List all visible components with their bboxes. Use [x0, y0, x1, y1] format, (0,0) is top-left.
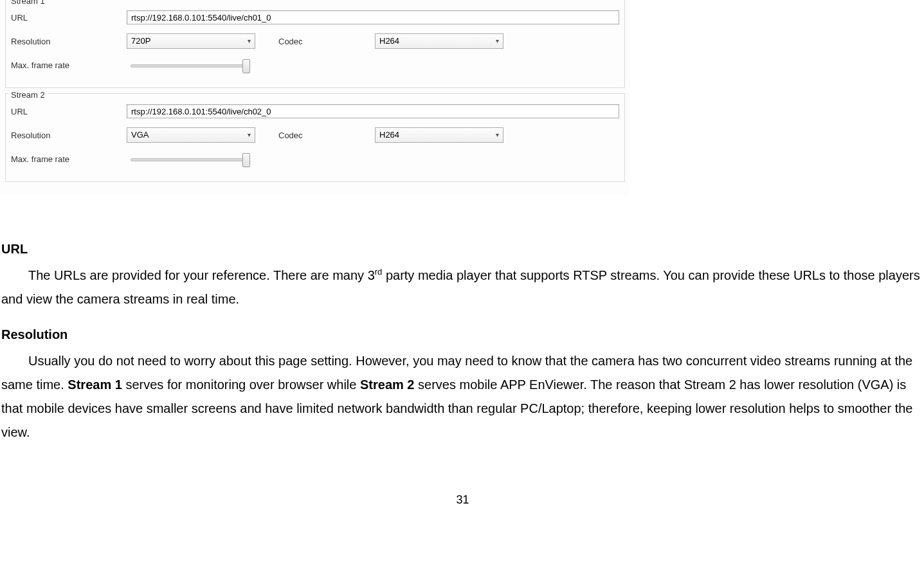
stream1-codec-select[interactable]: H264 ▾: [375, 33, 503, 49]
slider-thumb[interactable]: [242, 153, 250, 167]
slider-track: [131, 158, 244, 161]
stream1-codec-label: Codec: [255, 37, 375, 46]
stream2-codec-select[interactable]: H264 ▾: [375, 127, 503, 143]
stream2-framerate-slider[interactable]: [131, 152, 253, 166]
res-para-bold2: Stream 2: [360, 377, 415, 392]
stream1-resolution-row: Resolution 720P ▾ Codec H264 ▾: [11, 33, 619, 49]
stream1-framerate-label: Max. frame rate: [11, 60, 127, 70]
url-paragraph: The URLs are provided for your reference…: [1, 264, 924, 311]
stream1-url-row: URL rtsp://192.168.0.101:5540/live/ch01_…: [11, 10, 619, 24]
url-heading: URL: [1, 237, 924, 261]
res-para-bold1: Stream 1: [68, 377, 122, 392]
stream2-legend: Stream 2: [8, 90, 48, 100]
url-para-sup: rd: [375, 267, 383, 277]
stream2-framerate-label: Max. frame rate: [11, 154, 127, 164]
stream1-resolution-value: 720P: [131, 34, 150, 48]
stream2-fieldset: Stream 2 URL rtsp://192.168.0.101:5540/l…: [5, 93, 625, 182]
stream2-url-input[interactable]: rtsp://192.168.0.101:5540/live/ch02_0: [127, 104, 619, 118]
resolution-heading: Resolution: [1, 323, 924, 347]
slider-track: [131, 64, 244, 68]
chevron-down-icon: ▾: [496, 128, 499, 142]
stream1-framerate-row: Max. frame rate: [11, 58, 619, 72]
page-number: 31: [1, 489, 924, 511]
url-para-a: The URLs are provided for your reference…: [28, 268, 375, 282]
document-body: URL The URLs are provided for your refer…: [0, 195, 924, 511]
stream2-resolution-value: VGA: [131, 128, 149, 142]
stream2-codec-label: Codec: [255, 131, 375, 140]
stream1-resolution-label: Resolution: [11, 37, 127, 46]
chevron-down-icon: ▾: [496, 34, 499, 48]
stream1-codec-value: H264: [379, 34, 399, 48]
stream2-codec-value: H264: [379, 128, 399, 142]
stream2-url-row: URL rtsp://192.168.0.101:5540/live/ch02_…: [11, 104, 619, 118]
chevron-down-icon: ▾: [248, 128, 251, 142]
stream1-url-input[interactable]: rtsp://192.168.0.101:5540/live/ch01_0: [127, 10, 619, 24]
stream2-resolution-row: Resolution VGA ▾ Codec H264 ▾: [11, 127, 619, 143]
slider-thumb[interactable]: [242, 59, 250, 73]
stream1-fieldset: Stream 1 URL rtsp://192.168.0.101:5540/l…: [5, 0, 625, 88]
stream2-resolution-select[interactable]: VGA ▾: [127, 127, 255, 143]
settings-panel: Stream 1 URL rtsp://192.168.0.101:5540/l…: [0, 0, 630, 195]
resolution-paragraph: Usually you do not need to worry about t…: [1, 349, 924, 444]
chevron-down-icon: ▾: [248, 34, 251, 48]
stream2-url-label: URL: [11, 107, 127, 116]
res-para-b: serves for monitoring over browser while: [122, 377, 360, 392]
stream1-framerate-slider[interactable]: [131, 58, 253, 72]
stream2-resolution-label: Resolution: [11, 131, 127, 140]
stream1-resolution-select[interactable]: 720P ▾: [127, 33, 255, 49]
stream1-legend: Stream 1: [8, 0, 48, 6]
stream2-framerate-row: Max. frame rate: [11, 152, 619, 166]
stream1-url-label: URL: [11, 13, 127, 23]
